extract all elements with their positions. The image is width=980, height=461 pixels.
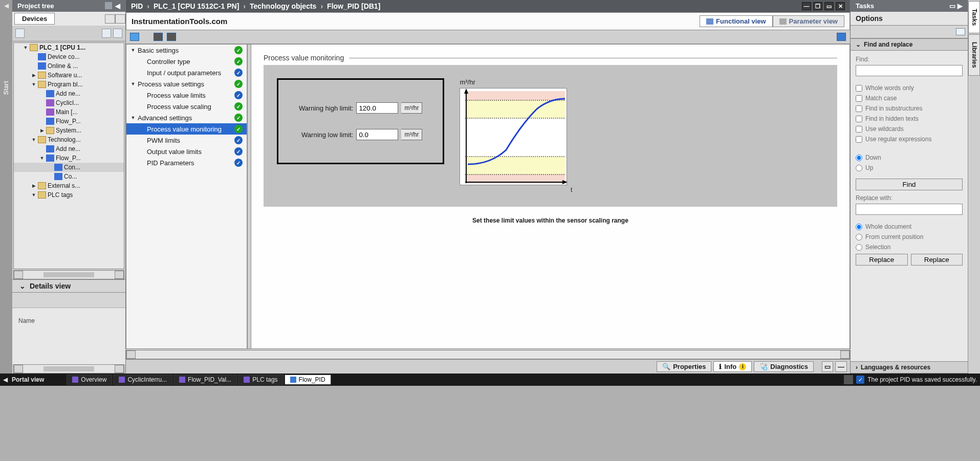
splitter[interactable] (247, 45, 251, 348)
unit-label: m³/hr (401, 129, 422, 140)
project-tree-title: Project tree (17, 2, 54, 10)
find-input[interactable] (856, 65, 963, 76)
functional-view-tab[interactable]: Functional view (700, 15, 773, 27)
find-button[interactable]: Find (856, 179, 963, 190)
breadcrumb-item[interactable]: Technology objects (250, 2, 316, 10)
tasks-panel: Tasks ▭ ▶ Options ⌄Find and replace Find… (850, 0, 968, 374)
maximize-button[interactable]: ▭ (824, 2, 834, 10)
tree-scrollbar-h[interactable] (13, 270, 124, 279)
parameter-icon (779, 18, 787, 25)
find-option-checkbox[interactable] (856, 136, 862, 143)
config-tree-item[interactable]: Process value scaling✓ (126, 101, 247, 112)
find-option-checkbox[interactable] (856, 116, 862, 122)
close-button[interactable]: ✕ (836, 2, 845, 10)
collapse-icon[interactable]: ▶ (957, 2, 963, 10)
upload-icon[interactable] (154, 33, 163, 41)
config-tree-item[interactable]: ▼Basic settings✓ (126, 45, 247, 56)
footer-tab[interactable]: PLC tags (238, 375, 283, 385)
tasks-side-tab[interactable]: Tasks (968, 1, 980, 33)
layout-icon[interactable] (837, 33, 846, 41)
info-tab[interactable]: ℹInfoi (713, 361, 752, 372)
config-tree-item[interactable]: Input / output parameters✓ (126, 67, 247, 78)
config-toolbar (126, 30, 850, 44)
config-tree-item[interactable]: ▼Process value settings✓ (126, 78, 247, 90)
replace-input[interactable] (856, 204, 963, 215)
layout-btn-2[interactable]: — (835, 361, 847, 372)
find-replace-header[interactable]: ⌄Find and replace (851, 38, 968, 51)
footer-tab[interactable]: CyclicInterru... (113, 375, 172, 385)
find-option-checkbox[interactable] (856, 85, 862, 92)
footer-tab[interactable]: Flow_PID_Val... (173, 375, 237, 385)
devices-tab[interactable]: Devices (14, 13, 55, 25)
tree-item[interactable]: ▶External s... (14, 181, 124, 190)
tree-item[interactable]: Online & ... (14, 61, 124, 71)
download-icon[interactable] (167, 33, 176, 41)
view-mode-icon-2[interactable] (113, 29, 122, 38)
warn-high-input[interactable] (356, 102, 398, 114)
tree-item[interactable]: Device co... (14, 52, 124, 61)
config-tree-item[interactable]: ▼Advanced settings✓ (126, 112, 247, 123)
panel-tool-icon[interactable]: ▭ (949, 2, 955, 10)
config-tree-item[interactable]: PWM limits✓ (126, 135, 247, 146)
warn-low-input[interactable] (356, 129, 398, 140)
details-view-header[interactable]: ⌄Details view (12, 279, 125, 293)
options-icon[interactable] (956, 28, 965, 35)
properties-tab[interactable]: 🔍Properties (657, 361, 711, 372)
direction-up-radio[interactable] (856, 165, 862, 171)
tree-item[interactable]: Con... (14, 163, 124, 172)
tree-item[interactable]: ▼PLC tags (14, 190, 124, 200)
parameter-view-tab[interactable]: Parameter view (773, 15, 844, 27)
scope-selection-radio[interactable] (856, 244, 862, 251)
tree-item[interactable]: ▶Software u... (14, 71, 124, 80)
minimize-button[interactable]: — (802, 2, 811, 10)
breadcrumb-item[interactable]: Flow_PID [DB1] (327, 2, 380, 10)
tree-item[interactable]: ▼Technolog... (14, 135, 124, 144)
editor-scroll-h[interactable] (126, 350, 850, 359)
portal-view-link[interactable]: Portal view (12, 376, 44, 383)
tree-item[interactable]: Co... (14, 172, 124, 181)
config-navigation-tree[interactable]: ▼Basic settings✓Controller type✓Input / … (126, 45, 247, 348)
diagnostics-tab[interactable]: 🩺Diagnostics (754, 361, 814, 372)
config-tree-item[interactable]: Process value monitoring✓ (126, 123, 247, 135)
layout-btn-1[interactable]: ▭ (822, 361, 833, 372)
breadcrumb-item[interactable]: PLC_1 [CPU 1512C-1 PN] (154, 2, 239, 10)
tree-item[interactable]: Add ne... (14, 89, 124, 98)
scope-current-radio[interactable] (856, 234, 862, 240)
config-tree-item[interactable]: Process value limits✓ (126, 90, 247, 101)
footer-tab[interactable]: Flow_PID (285, 375, 331, 385)
find-option-checkbox[interactable] (856, 105, 862, 112)
project-tree[interactable]: ▼PLC_1 [CPU 1...Device co...Online & ...… (13, 42, 124, 269)
config-tree-item[interactable]: PID Parameters✓ (126, 157, 247, 168)
glasses-icon[interactable] (130, 33, 139, 41)
tree-item[interactable]: CyclicI... (14, 98, 124, 107)
tree-item[interactable]: ▶System... (14, 126, 124, 135)
libraries-side-tab[interactable]: Libraries (968, 34, 980, 76)
start-vertical-tab[interactable]: ◀ Start (0, 0, 12, 374)
direction-down-radio[interactable] (856, 155, 862, 161)
breadcrumb-item[interactable]: PID (131, 2, 143, 10)
lang-resources-header[interactable]: ›Languages & resources (851, 361, 968, 374)
replace-button[interactable]: Replace (856, 254, 908, 266)
tree-item[interactable]: ▼PLC_1 [CPU 1... (14, 43, 124, 52)
footer-tab[interactable]: Overview (67, 375, 112, 385)
details-scrollbar-h[interactable] (13, 364, 124, 374)
tab-prev-button[interactable] (105, 14, 115, 24)
back-arrow-icon[interactable]: ◀ (3, 376, 8, 383)
scope-whole-radio[interactable] (856, 224, 862, 230)
tree-item[interactable]: Add ne... (14, 144, 124, 153)
panel-tool-icon[interactable] (105, 2, 112, 9)
config-tree-item[interactable]: Controller type✓ (126, 56, 247, 67)
find-option-checkbox[interactable] (856, 95, 862, 102)
tree-item[interactable]: ▼Flow_P... (14, 153, 124, 163)
find-option-checkbox[interactable] (856, 126, 862, 133)
tree-item[interactable]: Flow_P... (14, 117, 124, 126)
tree-item[interactable]: Main [... (14, 107, 124, 117)
replace-all-button[interactable]: Replace (911, 254, 963, 266)
tab-next-button[interactable] (115, 14, 125, 24)
restore-button[interactable]: ❐ (813, 2, 822, 10)
tree-tool-icon[interactable] (15, 29, 25, 38)
collapse-icon[interactable]: ◀ (115, 2, 120, 10)
tree-item[interactable]: ▼Program bl... (14, 80, 124, 89)
view-mode-icon[interactable] (102, 29, 111, 38)
config-tree-item[interactable]: Output value limits✓ (126, 146, 247, 157)
